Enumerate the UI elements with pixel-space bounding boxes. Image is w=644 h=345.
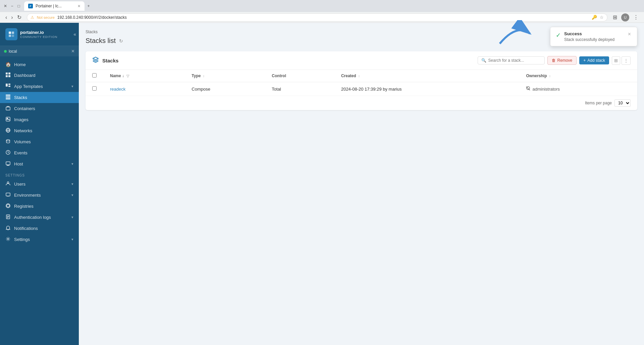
search-box[interactable]: 🔍 bbox=[478, 56, 545, 64]
toast-close-btn[interactable]: × bbox=[627, 31, 632, 37]
address-bar[interactable]: ⚠ Not secure 192.168.0.240:9000/#!/2/doc… bbox=[27, 13, 607, 21]
forward-btn[interactable]: › bbox=[10, 13, 14, 21]
svg-rect-2 bbox=[9, 35, 11, 37]
sidebar-item-app-templates[interactable]: App Templates ▾ bbox=[0, 81, 79, 92]
reload-btn[interactable]: ↻ bbox=[16, 13, 23, 21]
sidebar-item-auth-logs[interactable]: Authentication logs ▾ bbox=[0, 212, 79, 223]
sidebar-item-app-templates-label: App Templates bbox=[14, 84, 43, 89]
registries-icon bbox=[5, 203, 11, 209]
svg-rect-22 bbox=[6, 162, 10, 165]
items-per-page-label: Items per page bbox=[585, 101, 612, 105]
sidebar-item-volumes[interactable]: Volumes bbox=[0, 136, 79, 147]
settings-icon bbox=[5, 237, 11, 242]
maximize-btn[interactable]: □ bbox=[16, 3, 21, 9]
col-type: Type ↕ bbox=[185, 70, 265, 82]
stack-type: Compose bbox=[185, 82, 265, 96]
svg-rect-0 bbox=[9, 32, 11, 34]
select-all-checkbox[interactable] bbox=[92, 73, 97, 78]
sidebar-collapse-btn[interactable]: « bbox=[73, 32, 76, 37]
security-label: Not secure bbox=[37, 15, 55, 19]
svg-point-30 bbox=[7, 204, 9, 207]
stack-control: Total bbox=[265, 82, 334, 96]
toast-check-icon: ✓ bbox=[556, 32, 561, 39]
sidebar-item-settings[interactable]: Settings ▾ bbox=[0, 234, 79, 245]
logo-sub: Community Edition bbox=[20, 35, 57, 39]
sidebar-item-dashboard[interactable]: Dashboard bbox=[0, 70, 79, 81]
sidebar-item-events-label: Events bbox=[14, 150, 28, 155]
sidebar-item-containers-label: Containers bbox=[14, 106, 35, 111]
stacks-icon bbox=[5, 95, 11, 100]
table-row: readeck Compose Total 2024-08-20 17:39:2… bbox=[86, 82, 637, 96]
search-input[interactable] bbox=[488, 58, 541, 63]
extensions-btn[interactable]: ⊞ bbox=[611, 13, 619, 21]
tab-title: Portainer | Ic... bbox=[36, 4, 62, 8]
environments-chevron: ▾ bbox=[71, 193, 73, 197]
view-menu-btn[interactable]: ⋮ bbox=[622, 56, 631, 65]
add-icon: + bbox=[583, 58, 586, 63]
stacks-card: Stacks 🔍 🗑 Remove + Add stack bbox=[86, 51, 637, 110]
sidebar-item-notifications[interactable]: Notifications bbox=[0, 223, 79, 234]
stack-name-link[interactable]: readeck bbox=[110, 87, 125, 92]
stack-ownership: administrators bbox=[526, 86, 631, 92]
svg-rect-9 bbox=[8, 84, 10, 85]
sidebar-item-host[interactable]: Host ▾ bbox=[0, 158, 79, 169]
users-icon bbox=[5, 181, 11, 187]
svg-rect-8 bbox=[6, 84, 8, 87]
sidebar-item-images[interactable]: Images bbox=[0, 114, 79, 125]
sidebar-item-events[interactable]: Events bbox=[0, 147, 79, 158]
sidebar-item-registries-label: Registries bbox=[14, 204, 34, 209]
env-status-dot bbox=[4, 50, 7, 53]
svg-point-26 bbox=[7, 182, 9, 184]
sidebar-logo: portainer.io Community Edition « bbox=[0, 23, 79, 46]
back-btn[interactable]: ‹ bbox=[4, 13, 8, 21]
remove-btn[interactable]: 🗑 Remove bbox=[547, 56, 577, 65]
host-chevron: ▾ bbox=[71, 162, 73, 166]
view-grid-btn[interactable]: ⊞ bbox=[612, 56, 620, 65]
browser-menu-btn[interactable]: ⋮ bbox=[632, 13, 640, 21]
close-window-btn[interactable]: ✕ bbox=[3, 3, 8, 9]
svg-rect-4 bbox=[6, 72, 8, 75]
new-tab-btn[interactable]: + bbox=[86, 3, 91, 9]
tab-close-btn[interactable]: ✕ bbox=[77, 4, 80, 8]
add-stack-btn[interactable]: + Add stack bbox=[579, 56, 609, 64]
items-per-page-select[interactable]: 10 25 50 bbox=[614, 99, 631, 107]
browser-tab[interactable]: P Portainer | Ic... ✕ bbox=[24, 1, 85, 11]
row-checkbox[interactable] bbox=[92, 86, 97, 91]
ownership-value: administrators bbox=[532, 87, 560, 92]
sidebar-item-networks[interactable]: Networks bbox=[0, 125, 79, 136]
minimize-btn[interactable]: − bbox=[9, 3, 15, 9]
sidebar-item-notifications-label: Notifications bbox=[14, 226, 38, 231]
logo-icon bbox=[5, 28, 17, 40]
col-name: Name ↓ ▽ bbox=[103, 70, 185, 82]
sidebar-item-dashboard-label: Dashboard bbox=[14, 73, 36, 78]
stacks-table-container: Name ↓ ▽ Type ↕ Control Created ↕ Owners… bbox=[86, 70, 637, 110]
auth-logs-icon bbox=[5, 214, 11, 220]
events-icon bbox=[5, 150, 11, 156]
sidebar-item-users[interactable]: Users ▾ bbox=[0, 179, 79, 190]
settings-section-label: Settings bbox=[0, 169, 79, 179]
password-icon: 🔑 bbox=[592, 15, 597, 20]
env-close-btn[interactable]: ✕ bbox=[71, 49, 75, 54]
sidebar-item-registries[interactable]: Registries bbox=[0, 201, 79, 212]
filter-name-btn[interactable]: ▽ bbox=[126, 74, 129, 78]
ownership-icon bbox=[526, 86, 530, 92]
sidebar-item-stacks[interactable]: Stacks bbox=[0, 92, 79, 103]
svg-rect-13 bbox=[6, 98, 10, 99]
success-toast: ✓ Success Stack successfully deployed × bbox=[550, 27, 637, 46]
sidebar-item-settings-label: Settings bbox=[14, 237, 30, 242]
env-badge: local bbox=[4, 49, 17, 54]
profile-avatar[interactable]: U bbox=[621, 13, 629, 21]
svg-rect-5 bbox=[8, 72, 10, 75]
sidebar-item-host-label: Host bbox=[14, 161, 23, 166]
sidebar-item-containers[interactable]: Containers bbox=[0, 103, 79, 114]
col-ownership: Ownership ↕ bbox=[519, 70, 637, 82]
home-icon: 🏠 bbox=[5, 62, 11, 67]
host-icon bbox=[5, 161, 11, 167]
refresh-btn[interactable]: ↻ bbox=[119, 38, 123, 44]
sidebar-item-home[interactable]: 🏠 Home bbox=[0, 59, 79, 70]
sidebar-item-auth-logs-label: Authentication logs bbox=[14, 215, 51, 220]
svg-rect-27 bbox=[6, 193, 10, 196]
env-header: local ✕ bbox=[0, 46, 79, 56]
url-text: 192.168.0.240:9000/#!/2/docker/stacks bbox=[57, 15, 589, 20]
sidebar-item-environments[interactable]: Environments ▾ bbox=[0, 190, 79, 201]
